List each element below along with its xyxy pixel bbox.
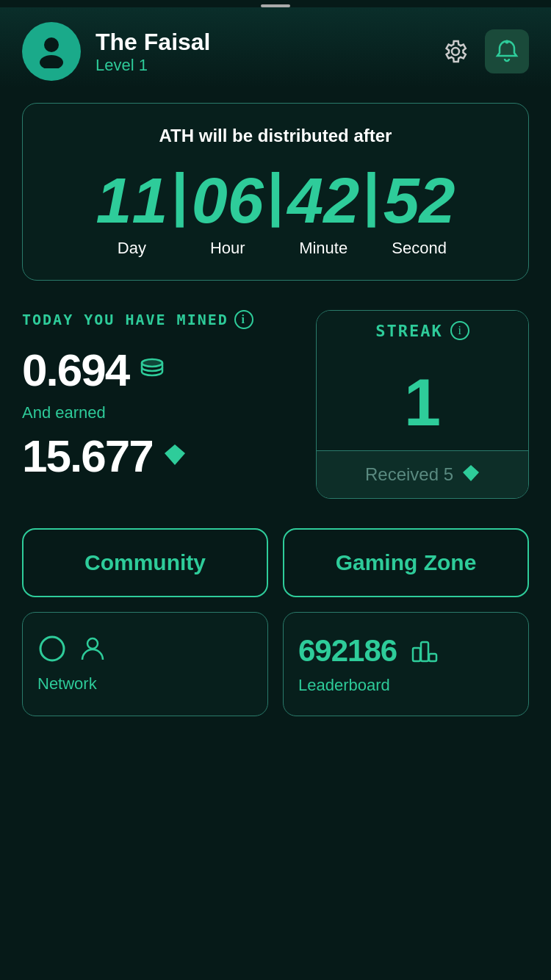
minutes-value: 42 xyxy=(287,168,359,233)
seconds-value: 52 xyxy=(383,168,455,233)
days-value: 11 xyxy=(96,168,168,233)
community-label: Community xyxy=(84,550,206,574)
timer-hours: 06 Hour xyxy=(191,168,264,258)
svg-point-1 xyxy=(40,55,63,68)
streak-number: 1 xyxy=(404,370,441,436)
received-diamond-icon xyxy=(462,464,480,485)
action-buttons: Community Gaming Zone xyxy=(0,514,551,612)
separator-2: | xyxy=(264,165,287,224)
received-text: Received 5 xyxy=(365,464,453,485)
streak-section: STREAK i 1 Received 5 xyxy=(316,310,529,499)
earned-number: 15.677 xyxy=(22,430,153,482)
earned-value-row: 15.677 xyxy=(22,430,301,482)
svg-point-2 xyxy=(505,40,509,44)
page-indicator xyxy=(261,4,290,7)
countdown-title: ATH will be distributed after xyxy=(37,126,514,146)
svg-marker-5 xyxy=(463,465,479,481)
countdown-card: ATH will be distributed after 11 Day | 0… xyxy=(22,103,529,281)
timer-minutes: 42 Minute xyxy=(287,168,360,258)
gaming-zone-button[interactable]: Gaming Zone xyxy=(283,528,529,597)
separator-1: | xyxy=(168,165,190,224)
streak-header: STREAK i xyxy=(317,311,528,347)
leaderboard-card[interactable]: 692186 Leaderboard xyxy=(283,612,529,716)
notification-button[interactable] xyxy=(485,29,529,73)
today-mined-label: TODAY YOU HAVE MINED i xyxy=(22,310,301,329)
mined-number: 0.694 xyxy=(22,344,129,396)
community-button[interactable]: Community xyxy=(22,528,268,597)
stats-section: TODAY YOU HAVE MINED i 0.694 And earned … xyxy=(0,295,551,514)
streak-received: Received 5 xyxy=(317,450,528,498)
and-earned-label: And earned xyxy=(22,403,301,422)
person-icon xyxy=(77,633,108,667)
svg-rect-9 xyxy=(421,642,428,661)
circle-icon xyxy=(37,634,67,666)
svg-marker-4 xyxy=(165,444,185,465)
streak-info-icon[interactable]: i xyxy=(450,321,469,340)
network-card[interactable]: Network xyxy=(22,612,268,716)
svg-point-3 xyxy=(142,359,162,367)
leaderboard-number: 692186 xyxy=(298,633,397,669)
mining-stats: TODAY YOU HAVE MINED i 0.694 And earned … xyxy=(22,310,301,499)
svg-point-6 xyxy=(40,637,64,660)
network-label: Network xyxy=(37,674,97,693)
timer-days: 11 Day xyxy=(95,168,168,258)
avatar xyxy=(22,22,81,81)
hours-label: Hour xyxy=(210,239,245,258)
user-avatar-icon xyxy=(33,32,70,71)
timer-seconds: 52 Second xyxy=(383,168,456,258)
header: The Faisal Level 1 xyxy=(0,7,551,88)
settings-button[interactable] xyxy=(433,29,478,73)
mined-value-row: 0.694 xyxy=(22,344,301,396)
today-mined-info-icon[interactable]: i xyxy=(234,310,253,329)
hours-value: 06 xyxy=(192,168,264,233)
diamond-icon xyxy=(163,443,187,469)
seconds-label: Second xyxy=(392,239,447,258)
svg-point-7 xyxy=(87,638,98,649)
svg-rect-10 xyxy=(429,654,436,661)
leaderboard-icon xyxy=(408,633,441,669)
user-name: The Faisal xyxy=(96,29,433,56)
user-info: The Faisal Level 1 xyxy=(96,29,433,75)
minutes-label: Minute xyxy=(299,239,347,258)
header-icons xyxy=(433,29,529,73)
svg-point-0 xyxy=(44,37,59,52)
countdown-timer: 11 Day | 06 Hour | 42 Minute | 52 Second xyxy=(37,168,514,258)
separator-3: | xyxy=(360,165,382,224)
svg-rect-8 xyxy=(413,648,420,661)
streak-card: STREAK i 1 Received 5 xyxy=(316,310,529,499)
streak-number-area: 1 xyxy=(317,347,528,450)
leaderboard-label: Leaderboard xyxy=(298,676,390,695)
user-level: Level 1 xyxy=(96,56,433,75)
bottom-cards: Network 692186 Leaderboard xyxy=(0,612,551,738)
streak-title: STREAK xyxy=(375,322,442,340)
days-label: Day xyxy=(118,239,146,258)
network-icons xyxy=(37,633,108,667)
database-icon xyxy=(139,356,165,385)
gaming-zone-label: Gaming Zone xyxy=(336,550,477,574)
leaderboard-top-row: 692186 xyxy=(298,633,441,669)
